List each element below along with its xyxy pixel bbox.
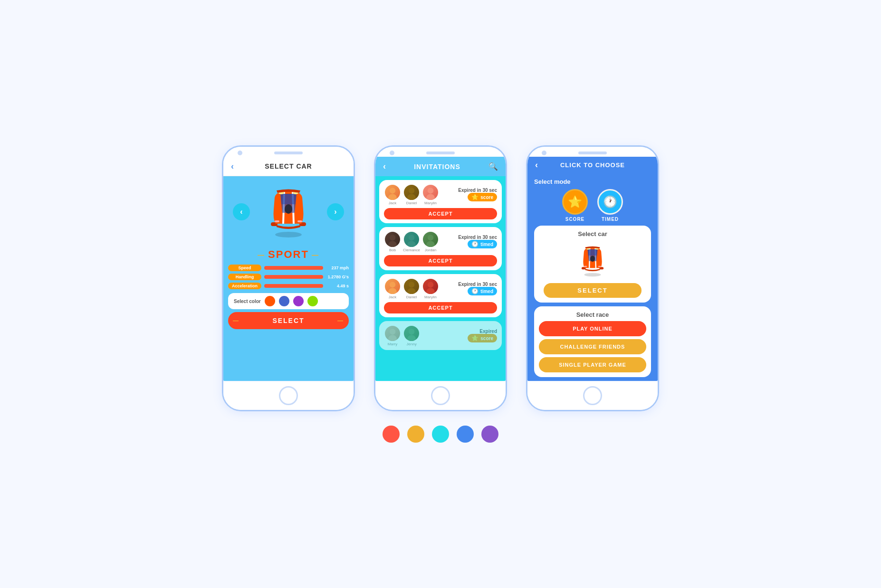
invite-card-4: Marry Jenny Expired xyxy=(379,321,502,350)
select-mode-label: Select mode xyxy=(534,178,571,185)
svg-point-26 xyxy=(390,329,395,334)
next-car-button[interactable]: › xyxy=(327,203,344,220)
home-button-2[interactable] xyxy=(431,386,450,405)
invite-card-3-info: Expired in 30 sec 🕐 timed xyxy=(442,282,497,295)
p2-title: INVITATIONS xyxy=(414,163,460,171)
dot-yellow[interactable] xyxy=(407,426,424,443)
phone2-camera xyxy=(390,151,394,155)
phone3-top-bar xyxy=(527,147,658,157)
svg-point-7 xyxy=(285,204,292,214)
mode-option-timed[interactable]: 🕐 TIMED xyxy=(597,189,623,222)
dot-red[interactable] xyxy=(383,426,400,443)
svg-point-8 xyxy=(390,188,395,193)
single-player-button[interactable]: SINGLE PLAYER GAME xyxy=(539,357,646,372)
p1-header: ‹ SELECT CAR xyxy=(223,157,354,176)
svg-point-9 xyxy=(388,194,397,201)
invite-4-mode-label: score xyxy=(480,336,493,341)
star-icon-4: ⭐ xyxy=(471,335,479,341)
prev-car-button[interactable]: ‹ xyxy=(233,203,250,220)
color-orange[interactable] xyxy=(265,296,275,306)
avatar-daniel-3 xyxy=(403,278,420,295)
mode-option-score[interactable]: ⭐ SCORE xyxy=(562,189,588,222)
invite-card-2-top: Bob Clemance xyxy=(384,231,497,252)
stat-bar-accel xyxy=(264,284,323,288)
invite-card-3-top: Jack Daniel xyxy=(384,278,497,299)
invite-card-2: Bob Clemance xyxy=(379,227,502,270)
car-name: SPORT xyxy=(255,248,322,261)
p1-body: ‹ xyxy=(223,176,354,381)
invite-3-mode-label: timed xyxy=(480,289,493,294)
color-section-label: Select color xyxy=(234,299,261,304)
p2-header: ‹ INVITATIONS 🔍 xyxy=(375,157,506,176)
stat-label-handling: Handling xyxy=(228,274,261,280)
svg-point-17 xyxy=(407,241,416,248)
avatar-bob xyxy=(384,231,401,248)
svg-rect-5 xyxy=(275,220,279,222)
phone3-speaker xyxy=(578,152,607,154)
p3-select-button[interactable]: SELECT xyxy=(544,283,642,298)
phone2-speaker xyxy=(426,152,455,154)
phone2-top-bar xyxy=(375,147,506,157)
invite-1-expire: Expired in 30 sec xyxy=(458,188,497,193)
challenge-friends-button[interactable]: CHALLENGE FRIENDS xyxy=(539,339,646,354)
svg-point-29 xyxy=(407,335,416,342)
phone-select-car: ‹ SELECT CAR ‹ xyxy=(222,145,355,411)
avatar-marry xyxy=(384,325,401,342)
invite-card-3-avatars: Jack Daniel xyxy=(384,278,439,299)
svg-point-11 xyxy=(407,194,416,201)
svg-point-20 xyxy=(390,282,395,287)
back-button[interactable]: ‹ xyxy=(231,161,234,171)
invite-card-2-info: Expired in 30 sec 🕐 timed xyxy=(442,235,497,248)
race-section: Select race PLAY ONLINE CHALLENGE FRIEND… xyxy=(534,306,651,377)
car-image-small xyxy=(576,241,609,279)
p2-back-button[interactable]: ‹ xyxy=(383,161,386,171)
home-button-1[interactable] xyxy=(279,386,298,405)
stat-row-accel: Acceleration 4.49 s xyxy=(228,283,349,289)
p3-back-button[interactable]: ‹ xyxy=(535,160,538,170)
dot-teal[interactable] xyxy=(432,426,449,443)
invite-card-4-top: Marry Jenny Expired xyxy=(384,325,497,346)
clock-icon-3: 🕐 xyxy=(471,288,479,294)
invite-card-3: Jack Daniel xyxy=(379,274,502,317)
color-purple[interactable] xyxy=(293,296,304,306)
invite-card-1-avatars: Jack Daniel xyxy=(384,184,439,205)
phone3-camera xyxy=(542,151,546,155)
avatar-marylin-3 xyxy=(422,278,439,295)
invite-1-mode-label: score xyxy=(480,195,493,200)
dot-blue[interactable] xyxy=(457,426,474,443)
invite-4-expire: Expired xyxy=(479,329,497,334)
color-blue[interactable] xyxy=(279,296,289,306)
svg-point-25 xyxy=(426,288,435,295)
avatar-marylin-1 xyxy=(422,184,439,201)
color-green[interactable] xyxy=(307,296,318,306)
p1-car-nav: ‹ xyxy=(228,181,349,243)
invite-2-mode-label: timed xyxy=(480,242,493,247)
dot-purple[interactable] xyxy=(481,426,498,443)
avatar-jenny xyxy=(403,325,420,342)
svg-point-22 xyxy=(409,282,414,287)
svg-point-19 xyxy=(426,241,435,248)
svg-point-10 xyxy=(409,188,414,193)
score-circle: ⭐ xyxy=(562,189,588,215)
phone3-bottom xyxy=(527,381,658,410)
accept-btn-3[interactable]: ACCEPT xyxy=(384,302,497,313)
invite-1-mode-badge: ⭐ score xyxy=(468,193,497,201)
svg-rect-36 xyxy=(598,266,601,267)
phone3-screen: ‹ CLICK TO CHOOSE Select mode ⭐ SCORE 🕐 … xyxy=(527,157,658,381)
search-icon[interactable]: 🔍 xyxy=(488,162,498,171)
car-image xyxy=(265,181,312,243)
play-online-button[interactable]: PLAY ONLINE xyxy=(539,321,646,336)
svg-point-15 xyxy=(388,241,397,248)
accept-btn-1[interactable]: ACCEPT xyxy=(384,208,497,219)
svg-point-30 xyxy=(584,273,601,276)
p1-title: SELECT CAR xyxy=(265,162,312,170)
accept-btn-2[interactable]: ACCEPT xyxy=(384,255,497,266)
invite-2-expire: Expired in 30 sec xyxy=(458,235,497,240)
p1-select-button[interactable]: SELECT xyxy=(228,312,349,329)
car-svg xyxy=(267,183,310,240)
svg-point-37 xyxy=(590,256,595,262)
svg-point-14 xyxy=(390,235,395,240)
clock-icon-2: 🕐 xyxy=(471,241,479,247)
home-button-3[interactable] xyxy=(583,386,602,405)
star-icon-1: ⭐ xyxy=(471,194,479,200)
